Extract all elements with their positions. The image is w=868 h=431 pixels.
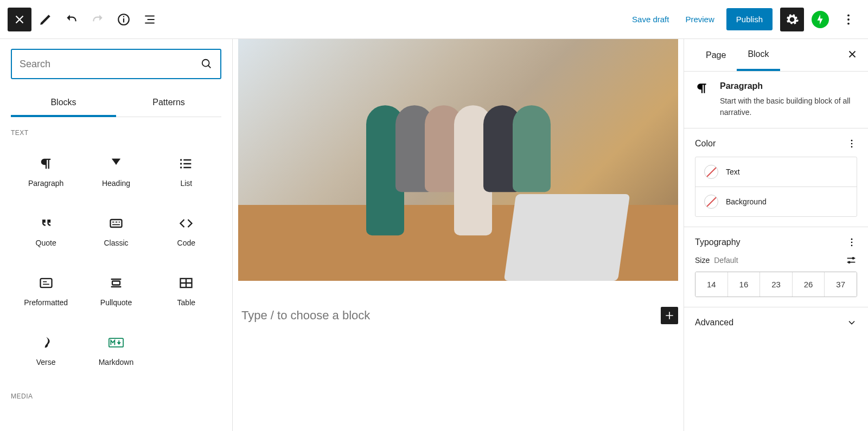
- gear-icon: [785, 12, 799, 27]
- font-size-option[interactable]: 37: [825, 272, 857, 297]
- svg-point-19: [851, 242, 853, 243]
- plus-icon: [664, 310, 675, 321]
- block-verse[interactable]: Verse: [11, 321, 81, 381]
- add-block-button[interactable]: [661, 307, 678, 324]
- color-panel-title: Color: [695, 139, 716, 149]
- block-pullquote[interactable]: Pullquote: [81, 261, 151, 321]
- svg-point-3: [847, 14, 850, 16]
- toolbar-left: [8, 8, 162, 31]
- svg-point-5: [847, 22, 850, 24]
- paragraph-icon: [39, 156, 54, 171]
- sliders-icon[interactable]: [845, 254, 857, 266]
- svg-point-15: [851, 140, 853, 141]
- svg-point-22: [848, 261, 851, 263]
- editor-top-bar: Save draft Preview Publish: [0, 0, 868, 39]
- block-paragraph[interactable]: Paragraph: [11, 142, 81, 202]
- publish-button[interactable]: Publish: [726, 8, 773, 30]
- kebab-icon[interactable]: [846, 237, 857, 248]
- paragraph-icon: [695, 81, 709, 95]
- font-size-option[interactable]: 14: [695, 272, 728, 297]
- svg-point-9: [180, 166, 182, 169]
- toolbar-right: Save draft Preview Publish: [628, 8, 860, 31]
- svg-rect-1: [123, 18, 124, 22]
- pullquote-icon: [108, 275, 124, 291]
- save-draft-button[interactable]: Save draft: [628, 11, 673, 27]
- svg-point-17: [851, 146, 853, 148]
- preview-button[interactable]: Preview: [681, 11, 718, 27]
- block-grid: Paragraph Heading List Quote Classic Cod…: [11, 142, 221, 381]
- svg-point-21: [852, 257, 854, 260]
- more-options-button[interactable]: [837, 8, 860, 31]
- block-list[interactable]: List: [151, 142, 221, 202]
- block-markdown[interactable]: Markdown: [81, 321, 151, 381]
- size-label: Size: [695, 256, 710, 265]
- chevron-down-icon: [846, 317, 857, 328]
- block-preformatted[interactable]: Preformatted: [11, 261, 81, 321]
- block-type-panel: Paragraph Start with the basic building …: [684, 72, 868, 128]
- font-size-option[interactable]: 26: [793, 272, 825, 297]
- close-sidebar-button[interactable]: [841, 43, 864, 67]
- typography-panel: Typography Size Default 14 16 23 26 37: [684, 227, 868, 307]
- typography-panel-title: Typography: [695, 237, 741, 247]
- close-icon: [846, 48, 858, 60]
- kebab-icon: [841, 12, 856, 27]
- svg-point-6: [202, 60, 209, 67]
- document-outline-button[interactable]: [138, 8, 162, 31]
- svg-point-16: [851, 143, 853, 145]
- outline-icon: [143, 12, 157, 27]
- editor-canvas: Type / to choose a block: [233, 39, 684, 431]
- empty-paragraph-block[interactable]: Type / to choose a block: [238, 307, 678, 324]
- heading-icon: [108, 156, 124, 171]
- search-icon: [201, 58, 213, 70]
- color-text-row[interactable]: Text: [695, 157, 857, 186]
- svg-rect-12: [112, 281, 120, 285]
- block-heading[interactable]: Heading: [81, 142, 151, 202]
- size-value: Default: [714, 256, 738, 265]
- list-icon: [178, 156, 194, 171]
- tab-block[interactable]: Block: [737, 40, 780, 71]
- block-quote[interactable]: Quote: [11, 202, 81, 261]
- pencil-icon: [39, 12, 53, 27]
- markdown-icon: [108, 335, 124, 350]
- tab-patterns[interactable]: Patterns: [116, 90, 221, 117]
- verse-icon: [39, 335, 54, 350]
- close-editor-button[interactable]: [8, 8, 31, 31]
- color-panel: Color Text Background: [684, 128, 868, 227]
- block-code[interactable]: Code: [151, 202, 221, 261]
- font-size-option[interactable]: 16: [728, 272, 761, 297]
- undo-icon: [65, 12, 79, 27]
- advanced-panel[interactable]: Advanced: [684, 307, 868, 338]
- svg-point-18: [851, 239, 853, 240]
- font-size-options: 14 16 23 26 37: [695, 272, 857, 297]
- settings-button[interactable]: [780, 8, 804, 31]
- tab-page[interactable]: Page: [695, 41, 737, 70]
- svg-point-4: [847, 18, 850, 21]
- redo-button[interactable]: [86, 8, 110, 31]
- svg-point-20: [851, 245, 853, 247]
- svg-rect-11: [40, 279, 52, 287]
- featured-image-block[interactable]: [238, 39, 678, 281]
- block-classic[interactable]: Classic: [81, 202, 151, 261]
- block-inserter-panel: Blocks Patterns TEXT Paragraph Heading L…: [0, 39, 233, 431]
- close-icon: [12, 12, 27, 27]
- preformatted-icon: [39, 275, 54, 291]
- sidebar-tabs: Page Block: [684, 39, 868, 72]
- code-icon: [178, 216, 194, 231]
- block-search[interactable]: [11, 49, 221, 79]
- inserter-tabs: Blocks Patterns: [11, 90, 221, 117]
- quote-icon: [39, 216, 54, 231]
- block-table[interactable]: Table: [151, 261, 221, 321]
- undo-button[interactable]: [60, 8, 84, 31]
- font-size-option[interactable]: 23: [760, 272, 793, 297]
- search-input[interactable]: [20, 59, 201, 70]
- tab-blocks[interactable]: Blocks: [11, 90, 116, 117]
- color-background-row[interactable]: Background: [695, 186, 857, 216]
- info-icon: [117, 12, 131, 27]
- kebab-icon[interactable]: [846, 138, 857, 149]
- edit-tool-button[interactable]: [34, 8, 58, 31]
- info-button[interactable]: [112, 8, 136, 31]
- table-icon: [178, 275, 194, 291]
- svg-rect-10: [110, 220, 122, 227]
- paragraph-placeholder: Type / to choose a block: [238, 308, 661, 323]
- jetpack-button[interactable]: [812, 11, 829, 28]
